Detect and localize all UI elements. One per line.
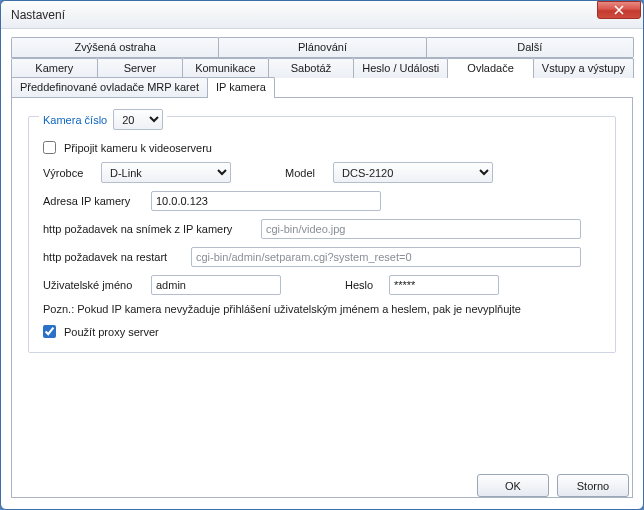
vendor-select[interactable]: D-Link: [101, 162, 231, 183]
snapshot-http-label: http požadavek na snímek z IP kamery: [43, 223, 253, 235]
tab-ovladace[interactable]: Ovladače: [447, 58, 534, 78]
snapshot-http-input[interactable]: [261, 219, 581, 239]
tab-kamery[interactable]: Kamery: [11, 58, 98, 78]
ip-address-label: Adresa IP kamery: [43, 195, 143, 207]
vendor-label: Výrobce: [43, 167, 93, 179]
titlebar: Nastavení: [1, 1, 643, 29]
tabs-bottom-row: Kamery Server Komunikace Sabotáž Heslo /…: [11, 58, 633, 78]
camera-number-select[interactable]: 20: [113, 109, 163, 130]
tab-sabotaz[interactable]: Sabotáž: [268, 58, 355, 78]
client-area: Zvýšená ostraha Plánování Další Kamery S…: [1, 29, 643, 509]
close-button[interactable]: [597, 1, 641, 19]
password-input[interactable]: [389, 275, 499, 295]
group-legend: Kamera číslo 20: [39, 109, 167, 130]
subtabs: Předdefinované ovladače MRP karet IP kam…: [11, 77, 633, 98]
connect-videoserver-checkbox[interactable]: [43, 141, 56, 154]
restart-http-input[interactable]: [191, 247, 581, 267]
tab-server[interactable]: Server: [97, 58, 184, 78]
tab-dalsi[interactable]: Další: [426, 37, 634, 57]
ip-address-input[interactable]: [151, 191, 381, 211]
tab-heslo-udalosti[interactable]: Heslo / Události: [353, 58, 448, 78]
subtab-ip-kamera[interactable]: IP kamera: [207, 77, 275, 97]
subtab-mrp-karet[interactable]: Předdefinované ovladače MRP karet: [11, 77, 208, 97]
camera-group: Kamera číslo 20 Připojit kameru k videos…: [28, 116, 616, 353]
cancel-button[interactable]: Storno: [557, 474, 629, 497]
model-label: Model: [285, 167, 325, 179]
tab-page: Kamera číslo 20 Připojit kameru k videos…: [11, 98, 633, 498]
tab-vstupy-vystupy[interactable]: Vstupy a výstupy: [533, 58, 634, 78]
tab-zvysena-ostraha[interactable]: Zvýšená ostraha: [11, 37, 219, 57]
settings-window: Nastavení Zvýšená ostraha Plánování Dalš…: [0, 0, 644, 510]
tab-komunikace[interactable]: Komunikace: [182, 58, 269, 78]
model-select[interactable]: DCS-2120: [333, 162, 493, 183]
ok-button[interactable]: OK: [477, 474, 549, 497]
dialog-buttons: OK Storno: [477, 474, 629, 497]
window-title: Nastavení: [11, 8, 597, 22]
connect-videoserver-label: Připojit kameru k videoserveru: [64, 142, 212, 154]
username-input[interactable]: [151, 275, 281, 295]
legend-text: Kamera číslo: [43, 114, 107, 126]
tab-planovani[interactable]: Plánování: [218, 37, 426, 57]
password-label: Heslo: [345, 279, 381, 291]
username-label: Uživatelské jméno: [43, 279, 143, 291]
use-proxy-label: Použít proxy server: [64, 326, 159, 338]
tabs-top-row: Zvýšená ostraha Plánování Další: [11, 37, 633, 58]
close-icon: [614, 5, 624, 15]
restart-http-label: http požadavek na restart: [43, 251, 183, 263]
use-proxy-checkbox[interactable]: [43, 325, 56, 338]
credentials-note: Pozn.: Pokud IP kamera nevyžaduje přihlá…: [43, 303, 601, 315]
